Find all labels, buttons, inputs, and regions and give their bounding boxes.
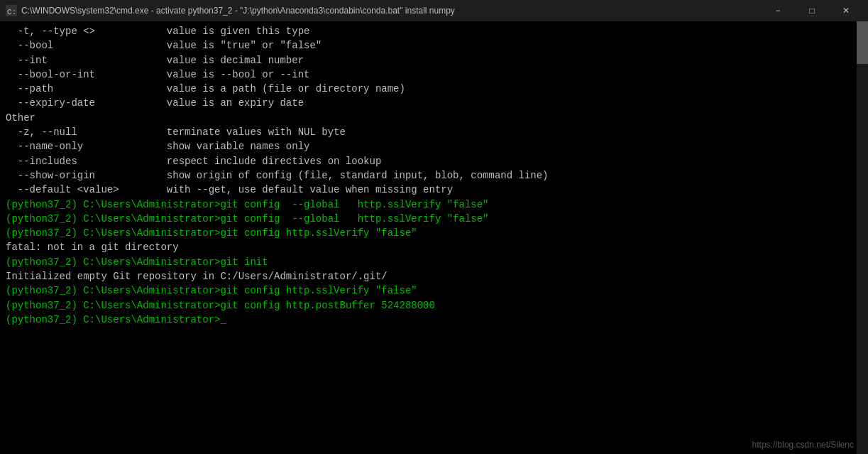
terminal-line: --bool value is "true" or "false" (6, 38, 862, 53)
terminal-line: (python37_2) C:\Users\Administrator>git … (6, 212, 862, 226)
terminal-line: fatal: not in a git directory (6, 240, 862, 254)
title-bar-buttons: − □ ✕ (762, 0, 862, 21)
terminal-line: (python37_2) C:\Users\Administrator>git … (6, 255, 862, 269)
terminal-line: --default <value> with --get, use defaul… (6, 183, 862, 197)
cmd-icon: C: (6, 5, 17, 16)
close-button[interactable]: ✕ (830, 0, 862, 21)
terminal-line: (python37_2) C:\Users\Administrator>git … (6, 283, 862, 298)
title-bar-text: C:\WINDOWS\system32\cmd.exe - activate p… (21, 6, 762, 16)
terminal-line: Other (6, 111, 862, 125)
terminal-line: --show-origin show origin of config (fil… (6, 168, 862, 183)
terminal-line: --includes respect include directives on… (6, 154, 862, 168)
terminal-line: --name-only show variable names only (6, 139, 862, 153)
terminal-line: --int value is decimal number (6, 53, 862, 67)
scrollbar[interactable] (857, 21, 868, 454)
terminal-line: --bool-or-int value is --bool or --int (6, 67, 862, 82)
terminal: -t, --type <> value is given this type -… (0, 21, 868, 454)
terminal-lines: -t, --type <> value is given this type -… (6, 24, 862, 327)
terminal-line: (python37_2) C:\Users\Administrator>git … (6, 198, 862, 212)
terminal-line: Initialized empty Git repository in C:/U… (6, 269, 862, 283)
watermark: https://blog.csdn.net/Silenc (752, 440, 854, 450)
minimize-button[interactable]: − (762, 0, 794, 21)
terminal-line: (python37_2) C:\Users\Administrator>git … (6, 226, 862, 240)
scrollbar-thumb[interactable] (857, 21, 868, 64)
title-bar: C: C:\WINDOWS\system32\cmd.exe - activat… (0, 0, 868, 21)
terminal-line: (python37_2) C:\Users\Administrator>git … (6, 298, 862, 313)
maximize-button[interactable]: □ (796, 0, 828, 21)
terminal-line: --path value is a path (file or director… (6, 82, 862, 96)
terminal-line: --expiry-date value is an expiry date (6, 96, 862, 110)
terminal-line: -z, --null terminate values with NUL byt… (6, 125, 862, 139)
svg-text:C:: C: (7, 8, 16, 16)
terminal-line: (python37_2) C:\Users\Administrator>_ (6, 313, 862, 327)
terminal-line: -t, --type <> value is given this type (6, 24, 862, 38)
